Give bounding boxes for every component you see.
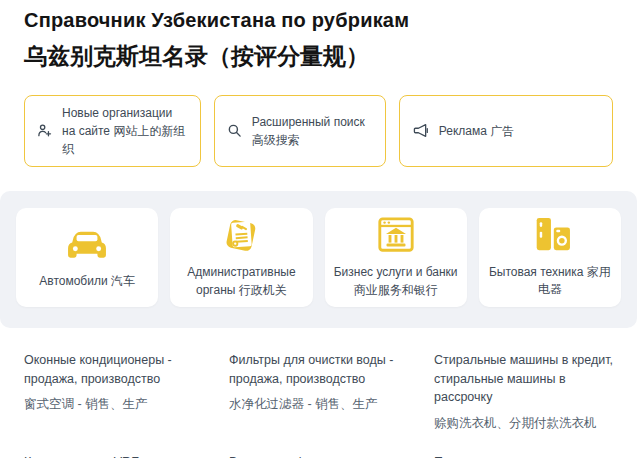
- rubric-link-ru[interactable]: Оконные кондиционеры - продажа, производ…: [24, 351, 203, 389]
- page-header: Справочник Узбекистана по рубрикам 乌兹别克斯…: [0, 8, 637, 71]
- rubric-link-ru[interactable]: Кондиционеры VRF - продажа, производство: [24, 453, 203, 458]
- category-label: Автомобили 汽车: [39, 273, 135, 290]
- advertising-button[interactable]: Реклама 广告: [399, 95, 613, 167]
- rubric-link-zh[interactable]: 水净化过滤器 - 销售、生产: [229, 395, 408, 413]
- rubric-link-ru[interactable]: Стиральные машины в кредит, стиральные м…: [434, 351, 613, 407]
- directory-page: Справочник Узбекистана по рубрикам 乌兹别克斯…: [0, 0, 637, 458]
- rubric-link-zh[interactable]: 赊购洗衣机、分期付款洗衣机: [434, 414, 613, 432]
- rubric-link-zh[interactable]: 窗式空调 - 销售、生产: [24, 395, 203, 413]
- category-label: Административные органы 行政机关: [178, 264, 304, 299]
- category-label: Бизнес услуги и банки 商业服务和银行: [333, 264, 459, 299]
- search-icon: [227, 123, 242, 138]
- bank-icon: [374, 215, 418, 255]
- new-organizations-label: Новые организации на сайте 网站上的新组织: [62, 104, 188, 158]
- advanced-search-label: Расширенный поиск 高级搜索: [252, 113, 373, 149]
- megaphone-icon: [412, 123, 429, 138]
- page-title-zh: 乌兹别克斯坦名录（按评分量规）: [24, 42, 613, 71]
- category-card-automobiles[interactable]: Автомобили 汽车: [16, 208, 158, 307]
- rubric-link-group: Стиральные машины в кредит, стиральные м…: [434, 351, 613, 432]
- rubric-link-group: Фильтры для очистки воды - продажа, прои…: [229, 351, 408, 432]
- advanced-search-button[interactable]: Расширенный поиск 高级搜索: [214, 95, 386, 167]
- category-card-appliances[interactable]: Бытовая техника 家用电器: [479, 208, 621, 307]
- rubric-link-ru[interactable]: Фильтры для очистки воды - продажа, прои…: [229, 351, 408, 389]
- new-organizations-button[interactable]: Новые организации на сайте 网站上的新组织: [24, 95, 201, 167]
- rubric-links-grid: Оконные кондиционеры - продажа, производ…: [0, 351, 637, 458]
- rubric-link-ru[interactable]: Пылесосы - продажа, производство: [434, 453, 613, 458]
- rubric-link-group: Оконные кондиционеры - продажа, производ…: [24, 351, 203, 432]
- category-card-business-banks[interactable]: Бизнес услуги и банки 商业服务和银行: [325, 208, 467, 307]
- quick-actions-row: Новые организации на сайте 网站上的新组织 Расши…: [0, 95, 637, 167]
- document-gavel-icon: [221, 215, 261, 255]
- page-title-ru: Справочник Узбекистана по рубрикам: [24, 8, 613, 32]
- appliances-icon: [527, 216, 573, 255]
- category-card-administrative[interactable]: Административные органы 行政机关: [170, 208, 312, 307]
- category-label: Бытовая техника 家用电器: [487, 264, 613, 299]
- rubric-link-group: Кондиционеры VRF - продажа, производство…: [24, 453, 203, 458]
- rubric-link-group: Видеодомофоны - продажа, производство 可视…: [229, 453, 408, 458]
- new-organizations-icon: [37, 123, 52, 138]
- category-cards-section: Автомобили 汽车: [0, 191, 637, 328]
- car-icon: [64, 224, 110, 264]
- advertising-label: Реклама 广告: [439, 122, 514, 140]
- rubric-link-ru[interactable]: Видеодомофоны - продажа, производство: [229, 453, 408, 458]
- rubric-link-group: Пылесосы - продажа, производство 真空吸尘器 -…: [434, 453, 613, 458]
